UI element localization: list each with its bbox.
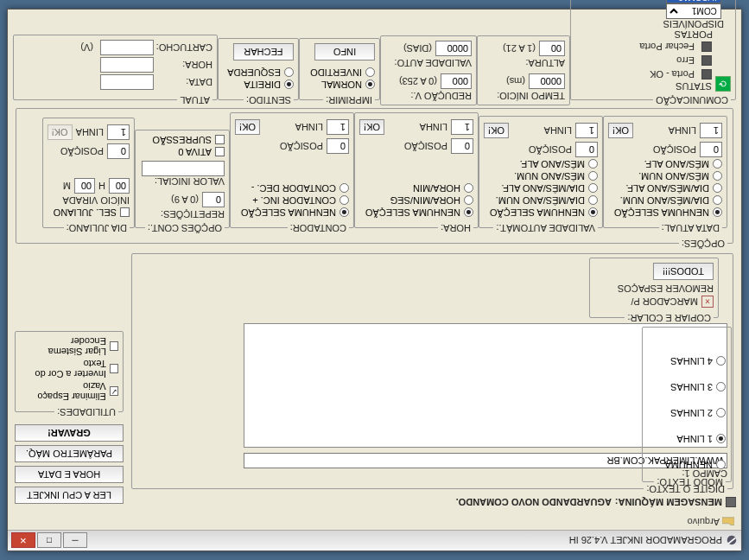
supressao-check[interactable]: SUPRESSÃO bbox=[140, 135, 225, 145]
porta-listbox[interactable]: //./COM10 bbox=[666, 0, 721, 3]
eliminar-check[interactable]: Eliminar Espaço Vazio bbox=[20, 381, 118, 402]
ler-cpu-button[interactable]: LER A CPU INKJET bbox=[15, 487, 124, 504]
repeticoes-input[interactable] bbox=[202, 192, 225, 207]
ho-r0[interactable]: NENHUMA SELEÇÃO bbox=[359, 207, 473, 218]
msg-status: AGUARDANDO NOVO COMANDO. bbox=[456, 497, 612, 507]
da-pos-input[interactable] bbox=[700, 142, 722, 157]
dj-pos-input[interactable] bbox=[107, 143, 130, 159]
copiar-legend: COPIAR E COLAR: bbox=[625, 313, 714, 323]
va-lin-input[interactable] bbox=[575, 123, 598, 138]
tempo-input[interactable] bbox=[529, 73, 565, 89]
hora-data-button[interactable]: HORA E DATA bbox=[15, 466, 124, 483]
sel-juliano-check[interactable]: SEL. JULIANO bbox=[48, 207, 130, 218]
dj-ok-button[interactable]: OK! bbox=[48, 124, 73, 140]
va-ok-button[interactable]: OK! bbox=[484, 123, 509, 138]
data-atual-legend: DATA ATUAL: bbox=[659, 223, 722, 233]
da-r4[interactable]: MÊS/ANO ALF. bbox=[608, 159, 722, 169]
ligar-check[interactable]: Ligar Sistema Encoder bbox=[20, 336, 118, 357]
todos-button[interactable]: TODOS!!! bbox=[653, 263, 714, 280]
co-pos-input[interactable] bbox=[327, 138, 349, 154]
gravar-button[interactable]: GRAVAR! bbox=[15, 424, 124, 442]
comunicacao-legend: COMUNICAÇÃO bbox=[653, 95, 731, 105]
parametro-button[interactable]: PARÂMETRO MÁQ. bbox=[15, 445, 124, 462]
list-item[interactable]: //./COM10 bbox=[667, 0, 720, 3]
menu-arquivo[interactable]: Arquivo bbox=[688, 517, 720, 527]
maximize-button[interactable]: □ bbox=[37, 533, 61, 549]
status-label: STATUS bbox=[639, 81, 712, 92]
va-r1[interactable]: DIA/MÊS/ANO NUM. bbox=[484, 195, 598, 206]
inicio-virada-label: INÍCIO VIRADA bbox=[62, 195, 130, 206]
va-pos-input[interactable] bbox=[575, 142, 598, 157]
modo-3linhas[interactable]: 3 LINHAS bbox=[648, 382, 726, 392]
imp-normal[interactable]: NORMAL bbox=[304, 80, 375, 90]
sen-esquerda[interactable]: ESQUERDA bbox=[223, 67, 294, 78]
hora-legend: HORA: bbox=[438, 223, 473, 233]
modo-1linha[interactable]: 1 LINHA bbox=[648, 434, 726, 444]
fechar-button[interactable]: FECHAR bbox=[233, 43, 294, 60]
da-r3[interactable]: MÊS/ANO NUM. bbox=[608, 171, 722, 181]
modo-nenhuma[interactable]: NENHUMA bbox=[648, 460, 726, 470]
erro-led bbox=[701, 55, 712, 66]
va-r4[interactable]: MÊS/ANO ALF. bbox=[484, 159, 598, 169]
data-input[interactable] bbox=[100, 74, 154, 90]
ho-pos-input[interactable] bbox=[451, 138, 473, 154]
dj-lin-input[interactable] bbox=[107, 124, 130, 140]
sentido-fieldset: SENTIDO: DIREITA ESQUERDA FECHAR bbox=[218, 38, 299, 105]
cartucho-input[interactable] bbox=[100, 40, 154, 55]
altura-label: ALTURA: bbox=[482, 58, 565, 68]
virada-h-input[interactable] bbox=[109, 178, 130, 194]
ho-lin-input[interactable] bbox=[451, 119, 473, 135]
reducao-fieldset: REDUÇÃO V.: (0 A 253) VALIDADE AUTO: (DI… bbox=[380, 35, 477, 105]
menubar: Arquivo bbox=[8, 514, 741, 530]
cartucho-label: CARTUCHO: bbox=[157, 42, 213, 53]
titlebar[interactable]: PROGRAMADOR INKJET V.4.26 IH ─ □ ✕ bbox=[8, 530, 741, 550]
reducao-input[interactable] bbox=[441, 73, 472, 89]
file-icon bbox=[722, 517, 734, 527]
altura-input[interactable] bbox=[539, 41, 565, 56]
co-r1[interactable]: CONTADOR INC. + bbox=[235, 195, 349, 206]
da-ok-button[interactable]: OK! bbox=[608, 123, 633, 138]
va-r2[interactable]: DIA/MÊS/ANO ALF. bbox=[484, 183, 598, 194]
data-atual-fieldset: DATA ATUAL: NENHUMA SELEÇÃO DIA/MÊS/ANO … bbox=[603, 116, 727, 233]
porta-combo[interactable]: COM1 bbox=[666, 3, 721, 19]
minimize-button[interactable]: ─ bbox=[63, 533, 87, 549]
window-title: PROGRAMADOR INKJET V.4.26 IH bbox=[89, 536, 722, 546]
co-r0[interactable]: NENHUMA SELEÇÃO bbox=[235, 207, 349, 218]
valor-inicial-label: VALOR INICIAL: bbox=[140, 176, 225, 187]
hora-input[interactable] bbox=[100, 57, 154, 73]
valor-inicial-input[interactable] bbox=[142, 161, 225, 176]
co-r2[interactable]: CONTADOR DEC. - bbox=[235, 183, 349, 194]
inverter-check[interactable]: Inverter a Cor do Texto bbox=[20, 359, 118, 379]
imp-invertido[interactable]: INVERTIDO bbox=[304, 67, 375, 78]
va-r3[interactable]: MÊS/ANO NUM. bbox=[484, 171, 598, 181]
opcoes-cont-legend: OPÇÕES CONT.: bbox=[145, 223, 225, 233]
da-r2[interactable]: DIA/MÊS/ANO ALF. bbox=[608, 183, 722, 194]
da-r0[interactable]: NENHUMA SELEÇÃO bbox=[608, 207, 722, 218]
virada-m-input[interactable] bbox=[74, 178, 95, 194]
ho-ok-button[interactable]: OK! bbox=[359, 119, 384, 135]
refresh-icon[interactable]: ⟳ bbox=[715, 76, 731, 92]
sen-direita[interactable]: DIREITA bbox=[223, 80, 294, 90]
modo-texto-fieldset: MODO TEXTO: NENHUMA 1 LINHA 2 LINHAS 3 L… bbox=[642, 327, 732, 487]
validade-auto-label: VALIDADE AUTO: bbox=[385, 58, 472, 68]
hora-fieldset: HORA: NENHUMA SELEÇÃO HORA/MIN/SEG HORA/… bbox=[354, 112, 479, 233]
va-r0[interactable]: NENHUMA SELEÇÃO bbox=[484, 207, 598, 218]
hora-label: HORA: bbox=[157, 60, 213, 70]
co-lin-input[interactable] bbox=[327, 119, 349, 135]
da-lin-input[interactable] bbox=[700, 123, 722, 138]
close-button[interactable]: ✕ bbox=[11, 533, 35, 549]
ativa0-check[interactable]: ATIVA 0 bbox=[140, 147, 225, 157]
ho-r1[interactable]: HORA/MIN/SEG bbox=[359, 195, 473, 206]
dia-juliano-legend: DIA JULIANO: bbox=[64, 223, 130, 233]
modo-2linhas[interactable]: 2 LINHAS bbox=[648, 408, 726, 418]
window: PROGRAMADOR INKJET V.4.26 IH ─ □ ✕ Arqui… bbox=[7, 9, 742, 551]
info-button[interactable]: INFO bbox=[314, 43, 375, 60]
atual-fieldset: ATUAL DATA: HORA: CARTUCHO:(V) bbox=[13, 35, 218, 105]
modo-4linhas[interactable]: 4 LINHAS bbox=[648, 356, 726, 366]
validade-auto-input[interactable] bbox=[435, 41, 472, 56]
modo-texto-legend: MODO TEXTO: bbox=[654, 477, 726, 487]
tempo-fieldset: TEMPO INÍCIO: (ms) ALTURA: (1 A 21) bbox=[477, 35, 570, 105]
da-r1[interactable]: DIA/MÊS/ANO NUM. bbox=[608, 195, 722, 206]
ho-r2[interactable]: HORA/MIN bbox=[359, 183, 473, 194]
co-ok-button[interactable]: OK! bbox=[235, 119, 260, 135]
